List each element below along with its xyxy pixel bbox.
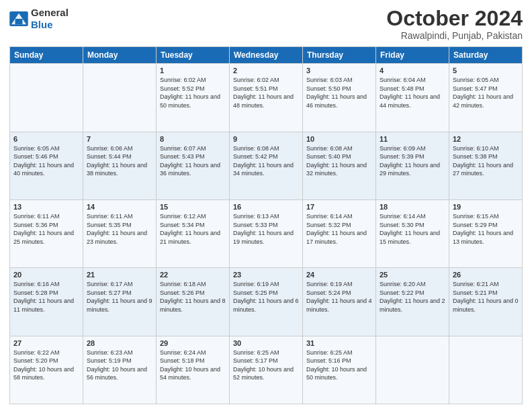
calendar-cell: 21Sunrise: 6:17 AM Sunset: 5:27 PM Dayli… bbox=[83, 268, 157, 336]
day-header-wednesday: Wednesday bbox=[230, 47, 303, 64]
calendar-cell: 5Sunrise: 6:05 AM Sunset: 5:47 PM Daylig… bbox=[449, 64, 523, 132]
day-number: 19 bbox=[453, 203, 519, 211]
location: Rawalpindi, Punjab, Pakistan bbox=[386, 30, 523, 41]
day-number: 20 bbox=[13, 271, 79, 279]
week-row-1: 6Sunrise: 6:05 AM Sunset: 5:46 PM Daylig… bbox=[10, 132, 523, 199]
cell-content: Sunrise: 6:16 AM Sunset: 5:28 PM Dayligh… bbox=[13, 280, 79, 314]
day-number: 26 bbox=[453, 271, 519, 279]
cell-content: Sunrise: 6:22 AM Sunset: 5:20 PM Dayligh… bbox=[13, 349, 79, 382]
calendar-cell: 31Sunrise: 6:25 AM Sunset: 5:16 PM Dayli… bbox=[303, 336, 376, 404]
day-number: 5 bbox=[453, 66, 519, 75]
logo-text: General Blue bbox=[31, 7, 69, 31]
cell-content: Sunrise: 6:08 AM Sunset: 5:42 PM Dayligh… bbox=[233, 144, 299, 178]
cell-content: Sunrise: 6:11 AM Sunset: 5:35 PM Dayligh… bbox=[87, 212, 152, 246]
calendar-cell: 16Sunrise: 6:13 AM Sunset: 5:33 PM Dayli… bbox=[230, 199, 303, 267]
cell-content: Sunrise: 6:18 AM Sunset: 5:26 PM Dayligh… bbox=[160, 280, 226, 314]
calendar-cell: 22Sunrise: 6:18 AM Sunset: 5:26 PM Dayli… bbox=[157, 268, 230, 336]
day-number: 11 bbox=[380, 135, 445, 143]
cell-content: Sunrise: 6:21 AM Sunset: 5:21 PM Dayligh… bbox=[453, 280, 519, 314]
calendar-cell: 1Sunrise: 6:02 AM Sunset: 5:52 PM Daylig… bbox=[157, 64, 230, 132]
cell-content: Sunrise: 6:14 AM Sunset: 5:30 PM Dayligh… bbox=[380, 212, 445, 246]
day-headers-row: SundayMondayTuesdayWednesdayThursdayFrid… bbox=[10, 47, 523, 64]
day-number: 15 bbox=[160, 203, 226, 211]
cell-content: Sunrise: 6:14 AM Sunset: 5:32 PM Dayligh… bbox=[306, 212, 372, 246]
day-number: 2 bbox=[233, 66, 299, 75]
day-header-sunday: Sunday bbox=[10, 47, 83, 64]
day-number: 1 bbox=[160, 66, 226, 75]
day-number: 28 bbox=[87, 339, 152, 347]
day-number: 29 bbox=[160, 339, 226, 347]
day-number: 9 bbox=[233, 135, 299, 143]
calendar-body: 1Sunrise: 6:02 AM Sunset: 5:52 PM Daylig… bbox=[10, 64, 523, 404]
calendar-cell: 14Sunrise: 6:11 AM Sunset: 5:35 PM Dayli… bbox=[83, 199, 157, 267]
cell-content: Sunrise: 6:19 AM Sunset: 5:25 PM Dayligh… bbox=[233, 280, 299, 314]
calendar-cell: 30Sunrise: 6:25 AM Sunset: 5:17 PM Dayli… bbox=[230, 336, 303, 404]
page: General Blue October 2024 Rawalpindi, Pu… bbox=[0, 0, 532, 411]
calendar-cell: 11Sunrise: 6:09 AM Sunset: 5:39 PM Dayli… bbox=[376, 132, 449, 199]
cell-content: Sunrise: 6:05 AM Sunset: 5:46 PM Dayligh… bbox=[13, 144, 79, 178]
cell-content: Sunrise: 6:20 AM Sunset: 5:22 PM Dayligh… bbox=[380, 280, 445, 314]
cell-content: Sunrise: 6:13 AM Sunset: 5:33 PM Dayligh… bbox=[233, 212, 299, 246]
week-row-0: 1Sunrise: 6:02 AM Sunset: 5:52 PM Daylig… bbox=[10, 64, 523, 132]
cell-content: Sunrise: 6:17 AM Sunset: 5:27 PM Dayligh… bbox=[87, 280, 152, 314]
cell-content: Sunrise: 6:10 AM Sunset: 5:38 PM Dayligh… bbox=[453, 144, 519, 178]
calendar-cell: 19Sunrise: 6:15 AM Sunset: 5:29 PM Dayli… bbox=[449, 199, 523, 267]
cell-content: Sunrise: 6:03 AM Sunset: 5:50 PM Dayligh… bbox=[306, 76, 372, 109]
cell-content: Sunrise: 6:06 AM Sunset: 5:44 PM Dayligh… bbox=[87, 144, 152, 178]
logo-general: General bbox=[31, 7, 69, 18]
cell-content: Sunrise: 6:25 AM Sunset: 5:17 PM Dayligh… bbox=[233, 349, 299, 382]
day-number: 18 bbox=[380, 203, 445, 211]
cell-content: Sunrise: 6:12 AM Sunset: 5:34 PM Dayligh… bbox=[160, 212, 226, 246]
calendar-cell: 3Sunrise: 6:03 AM Sunset: 5:50 PM Daylig… bbox=[303, 64, 376, 132]
calendar-cell: 2Sunrise: 6:02 AM Sunset: 5:51 PM Daylig… bbox=[230, 64, 303, 132]
calendar-cell: 23Sunrise: 6:19 AM Sunset: 5:25 PM Dayli… bbox=[230, 268, 303, 336]
cell-content: Sunrise: 6:08 AM Sunset: 5:40 PM Dayligh… bbox=[306, 144, 372, 178]
cell-content: Sunrise: 6:05 AM Sunset: 5:47 PM Dayligh… bbox=[453, 76, 519, 109]
logo-icon bbox=[9, 11, 28, 26]
cell-content: Sunrise: 6:15 AM Sunset: 5:29 PM Dayligh… bbox=[453, 212, 519, 246]
calendar-cell: 13Sunrise: 6:11 AM Sunset: 5:36 PM Dayli… bbox=[10, 199, 83, 267]
day-header-saturday: Saturday bbox=[449, 47, 523, 64]
day-number: 17 bbox=[306, 203, 372, 211]
day-number: 10 bbox=[306, 135, 372, 143]
week-row-2: 13Sunrise: 6:11 AM Sunset: 5:36 PM Dayli… bbox=[10, 199, 523, 267]
day-number: 4 bbox=[380, 66, 445, 75]
calendar-cell: 4Sunrise: 6:04 AM Sunset: 5:48 PM Daylig… bbox=[376, 64, 449, 132]
day-header-monday: Monday bbox=[83, 47, 157, 64]
day-header-tuesday: Tuesday bbox=[157, 47, 230, 64]
calendar-cell: 25Sunrise: 6:20 AM Sunset: 5:22 PM Dayli… bbox=[376, 268, 449, 336]
calendar-header: SundayMondayTuesdayWednesdayThursdayFrid… bbox=[10, 47, 523, 64]
calendar-cell: 18Sunrise: 6:14 AM Sunset: 5:30 PM Dayli… bbox=[376, 199, 449, 267]
cell-content: Sunrise: 6:02 AM Sunset: 5:52 PM Dayligh… bbox=[160, 76, 226, 109]
cell-content: Sunrise: 6:02 AM Sunset: 5:51 PM Dayligh… bbox=[233, 76, 299, 109]
calendar-cell: 15Sunrise: 6:12 AM Sunset: 5:34 PM Dayli… bbox=[157, 199, 230, 267]
day-number: 7 bbox=[87, 135, 152, 143]
day-number: 22 bbox=[160, 271, 226, 279]
calendar-cell: 9Sunrise: 6:08 AM Sunset: 5:42 PM Daylig… bbox=[230, 132, 303, 199]
calendar-cell: 17Sunrise: 6:14 AM Sunset: 5:32 PM Dayli… bbox=[303, 199, 376, 267]
day-number: 21 bbox=[87, 271, 152, 279]
day-number: 8 bbox=[160, 135, 226, 143]
day-number: 23 bbox=[233, 271, 299, 279]
cell-content: Sunrise: 6:09 AM Sunset: 5:39 PM Dayligh… bbox=[380, 144, 445, 178]
logo-blue: Blue bbox=[31, 19, 53, 30]
cell-content: Sunrise: 6:11 AM Sunset: 5:36 PM Dayligh… bbox=[13, 212, 79, 246]
day-number: 27 bbox=[13, 339, 79, 347]
week-row-3: 20Sunrise: 6:16 AM Sunset: 5:28 PM Dayli… bbox=[10, 268, 523, 336]
day-number: 16 bbox=[233, 203, 299, 211]
header: General Blue October 2024 Rawalpindi, Pu… bbox=[9, 7, 523, 41]
day-header-thursday: Thursday bbox=[303, 47, 376, 64]
calendar-cell: 24Sunrise: 6:19 AM Sunset: 5:24 PM Dayli… bbox=[303, 268, 376, 336]
calendar-cell bbox=[449, 336, 523, 404]
month-title: October 2024 bbox=[386, 7, 523, 30]
cell-content: Sunrise: 6:25 AM Sunset: 5:16 PM Dayligh… bbox=[306, 349, 372, 382]
calendar-cell: 10Sunrise: 6:08 AM Sunset: 5:40 PM Dayli… bbox=[303, 132, 376, 199]
calendar-cell: 20Sunrise: 6:16 AM Sunset: 5:28 PM Dayli… bbox=[10, 268, 83, 336]
cell-content: Sunrise: 6:04 AM Sunset: 5:48 PM Dayligh… bbox=[380, 76, 445, 109]
calendar-cell: 12Sunrise: 6:10 AM Sunset: 5:38 PM Dayli… bbox=[449, 132, 523, 199]
day-number: 31 bbox=[306, 339, 372, 347]
calendar-cell: 7Sunrise: 6:06 AM Sunset: 5:44 PM Daylig… bbox=[83, 132, 157, 199]
day-number: 14 bbox=[87, 203, 152, 211]
cell-content: Sunrise: 6:07 AM Sunset: 5:43 PM Dayligh… bbox=[160, 144, 226, 178]
day-number: 6 bbox=[13, 135, 79, 143]
